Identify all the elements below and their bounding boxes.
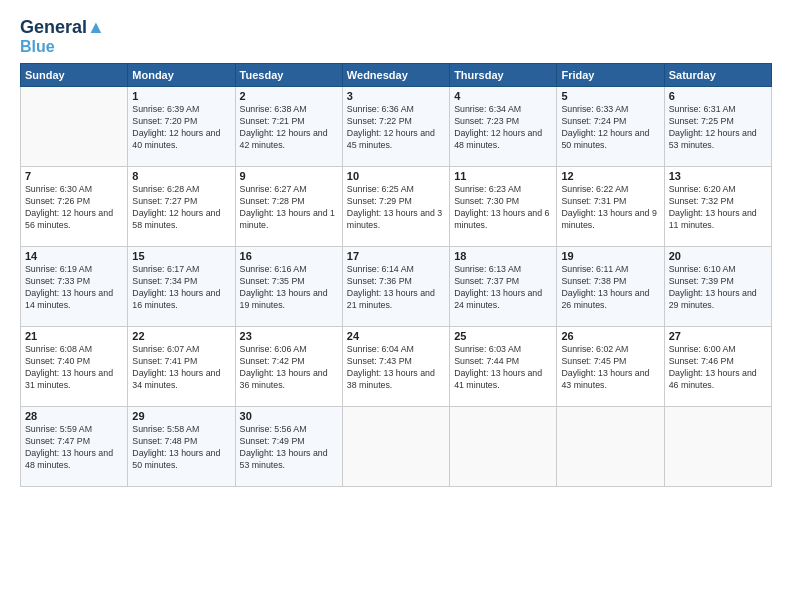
day-number: 18: [454, 250, 552, 262]
logo: General▲ Blue: [20, 18, 105, 55]
day-number: 29: [132, 410, 230, 422]
day-detail: Sunrise: 5:59 AMSunset: 7:47 PMDaylight:…: [25, 424, 123, 472]
calendar-week-row: 21 Sunrise: 6:08 AMSunset: 7:40 PMDaylig…: [21, 327, 772, 407]
logo-text: General▲: [20, 18, 105, 38]
day-number: 1: [132, 90, 230, 102]
day-detail: Sunrise: 6:19 AMSunset: 7:33 PMDaylight:…: [25, 264, 123, 312]
calendar-cell: 2 Sunrise: 6:38 AMSunset: 7:21 PMDayligh…: [235, 87, 342, 167]
calendar-cell: [21, 87, 128, 167]
calendar-cell: 27 Sunrise: 6:00 AMSunset: 7:46 PMDaylig…: [664, 327, 771, 407]
day-number: 2: [240, 90, 338, 102]
day-number: 14: [25, 250, 123, 262]
day-number: 4: [454, 90, 552, 102]
day-detail: Sunrise: 6:33 AMSunset: 7:24 PMDaylight:…: [561, 104, 659, 152]
day-number: 12: [561, 170, 659, 182]
day-detail: Sunrise: 6:31 AMSunset: 7:25 PMDaylight:…: [669, 104, 767, 152]
day-detail: Sunrise: 6:10 AMSunset: 7:39 PMDaylight:…: [669, 264, 767, 312]
day-detail: Sunrise: 6:27 AMSunset: 7:28 PMDaylight:…: [240, 184, 338, 232]
calendar-cell: 9 Sunrise: 6:27 AMSunset: 7:28 PMDayligh…: [235, 167, 342, 247]
day-number: 24: [347, 330, 445, 342]
calendar-day-header: Wednesday: [342, 64, 449, 87]
day-number: 16: [240, 250, 338, 262]
day-number: 3: [347, 90, 445, 102]
calendar-cell: 17 Sunrise: 6:14 AMSunset: 7:36 PMDaylig…: [342, 247, 449, 327]
calendar-week-row: 7 Sunrise: 6:30 AMSunset: 7:26 PMDayligh…: [21, 167, 772, 247]
calendar-week-row: 1 Sunrise: 6:39 AMSunset: 7:20 PMDayligh…: [21, 87, 772, 167]
calendar-cell: 22 Sunrise: 6:07 AMSunset: 7:41 PMDaylig…: [128, 327, 235, 407]
day-number: 13: [669, 170, 767, 182]
day-detail: Sunrise: 6:16 AMSunset: 7:35 PMDaylight:…: [240, 264, 338, 312]
calendar-cell: [450, 407, 557, 487]
calendar-cell: 25 Sunrise: 6:03 AMSunset: 7:44 PMDaylig…: [450, 327, 557, 407]
day-number: 25: [454, 330, 552, 342]
day-detail: Sunrise: 6:36 AMSunset: 7:22 PMDaylight:…: [347, 104, 445, 152]
day-detail: Sunrise: 6:02 AMSunset: 7:45 PMDaylight:…: [561, 344, 659, 392]
calendar-cell: 21 Sunrise: 6:08 AMSunset: 7:40 PMDaylig…: [21, 327, 128, 407]
calendar-cell: 19 Sunrise: 6:11 AMSunset: 7:38 PMDaylig…: [557, 247, 664, 327]
calendar: SundayMondayTuesdayWednesdayThursdayFrid…: [20, 63, 772, 487]
calendar-cell: 10 Sunrise: 6:25 AMSunset: 7:29 PMDaylig…: [342, 167, 449, 247]
calendar-day-header: Monday: [128, 64, 235, 87]
calendar-cell: 18 Sunrise: 6:13 AMSunset: 7:37 PMDaylig…: [450, 247, 557, 327]
day-number: 28: [25, 410, 123, 422]
day-detail: Sunrise: 5:58 AMSunset: 7:48 PMDaylight:…: [132, 424, 230, 472]
calendar-cell: 6 Sunrise: 6:31 AMSunset: 7:25 PMDayligh…: [664, 87, 771, 167]
logo-blue: Blue: [20, 38, 55, 56]
calendar-cell: 24 Sunrise: 6:04 AMSunset: 7:43 PMDaylig…: [342, 327, 449, 407]
day-detail: Sunrise: 6:38 AMSunset: 7:21 PMDaylight:…: [240, 104, 338, 152]
calendar-cell: 30 Sunrise: 5:56 AMSunset: 7:49 PMDaylig…: [235, 407, 342, 487]
calendar-day-header: Thursday: [450, 64, 557, 87]
day-detail: Sunrise: 6:08 AMSunset: 7:40 PMDaylight:…: [25, 344, 123, 392]
day-number: 17: [347, 250, 445, 262]
calendar-cell: 8 Sunrise: 6:28 AMSunset: 7:27 PMDayligh…: [128, 167, 235, 247]
day-detail: Sunrise: 6:34 AMSunset: 7:23 PMDaylight:…: [454, 104, 552, 152]
day-number: 30: [240, 410, 338, 422]
day-detail: Sunrise: 6:04 AMSunset: 7:43 PMDaylight:…: [347, 344, 445, 392]
calendar-week-row: 28 Sunrise: 5:59 AMSunset: 7:47 PMDaylig…: [21, 407, 772, 487]
day-detail: Sunrise: 6:23 AMSunset: 7:30 PMDaylight:…: [454, 184, 552, 232]
day-detail: Sunrise: 6:28 AMSunset: 7:27 PMDaylight:…: [132, 184, 230, 232]
calendar-cell: 29 Sunrise: 5:58 AMSunset: 7:48 PMDaylig…: [128, 407, 235, 487]
calendar-day-header: Sunday: [21, 64, 128, 87]
day-detail: Sunrise: 6:11 AMSunset: 7:38 PMDaylight:…: [561, 264, 659, 312]
day-number: 9: [240, 170, 338, 182]
day-detail: Sunrise: 6:07 AMSunset: 7:41 PMDaylight:…: [132, 344, 230, 392]
day-detail: Sunrise: 6:00 AMSunset: 7:46 PMDaylight:…: [669, 344, 767, 392]
day-number: 7: [25, 170, 123, 182]
day-number: 21: [25, 330, 123, 342]
day-detail: Sunrise: 6:22 AMSunset: 7:31 PMDaylight:…: [561, 184, 659, 232]
day-number: 19: [561, 250, 659, 262]
calendar-cell: 16 Sunrise: 6:16 AMSunset: 7:35 PMDaylig…: [235, 247, 342, 327]
calendar-cell: 28 Sunrise: 5:59 AMSunset: 7:47 PMDaylig…: [21, 407, 128, 487]
calendar-cell: 12 Sunrise: 6:22 AMSunset: 7:31 PMDaylig…: [557, 167, 664, 247]
day-number: 22: [132, 330, 230, 342]
day-number: 23: [240, 330, 338, 342]
calendar-cell: 13 Sunrise: 6:20 AMSunset: 7:32 PMDaylig…: [664, 167, 771, 247]
day-detail: Sunrise: 6:03 AMSunset: 7:44 PMDaylight:…: [454, 344, 552, 392]
calendar-day-header: Tuesday: [235, 64, 342, 87]
calendar-week-row: 14 Sunrise: 6:19 AMSunset: 7:33 PMDaylig…: [21, 247, 772, 327]
day-detail: Sunrise: 6:14 AMSunset: 7:36 PMDaylight:…: [347, 264, 445, 312]
day-detail: Sunrise: 6:06 AMSunset: 7:42 PMDaylight:…: [240, 344, 338, 392]
calendar-cell: 5 Sunrise: 6:33 AMSunset: 7:24 PMDayligh…: [557, 87, 664, 167]
calendar-cell: 23 Sunrise: 6:06 AMSunset: 7:42 PMDaylig…: [235, 327, 342, 407]
day-number: 15: [132, 250, 230, 262]
calendar-cell: [557, 407, 664, 487]
day-detail: Sunrise: 6:39 AMSunset: 7:20 PMDaylight:…: [132, 104, 230, 152]
header: General▲ Blue: [20, 18, 772, 55]
day-detail: Sunrise: 6:30 AMSunset: 7:26 PMDaylight:…: [25, 184, 123, 232]
day-number: 5: [561, 90, 659, 102]
day-number: 20: [669, 250, 767, 262]
calendar-day-header: Saturday: [664, 64, 771, 87]
day-detail: Sunrise: 6:17 AMSunset: 7:34 PMDaylight:…: [132, 264, 230, 312]
day-detail: Sunrise: 6:20 AMSunset: 7:32 PMDaylight:…: [669, 184, 767, 232]
calendar-cell: 7 Sunrise: 6:30 AMSunset: 7:26 PMDayligh…: [21, 167, 128, 247]
calendar-cell: 4 Sunrise: 6:34 AMSunset: 7:23 PMDayligh…: [450, 87, 557, 167]
calendar-cell: 1 Sunrise: 6:39 AMSunset: 7:20 PMDayligh…: [128, 87, 235, 167]
calendar-cell: 14 Sunrise: 6:19 AMSunset: 7:33 PMDaylig…: [21, 247, 128, 327]
calendar-cell: [664, 407, 771, 487]
page: General▲ Blue SundayMondayTuesdayWednesd…: [0, 0, 792, 612]
calendar-day-header: Friday: [557, 64, 664, 87]
calendar-header-row: SundayMondayTuesdayWednesdayThursdayFrid…: [21, 64, 772, 87]
day-number: 26: [561, 330, 659, 342]
